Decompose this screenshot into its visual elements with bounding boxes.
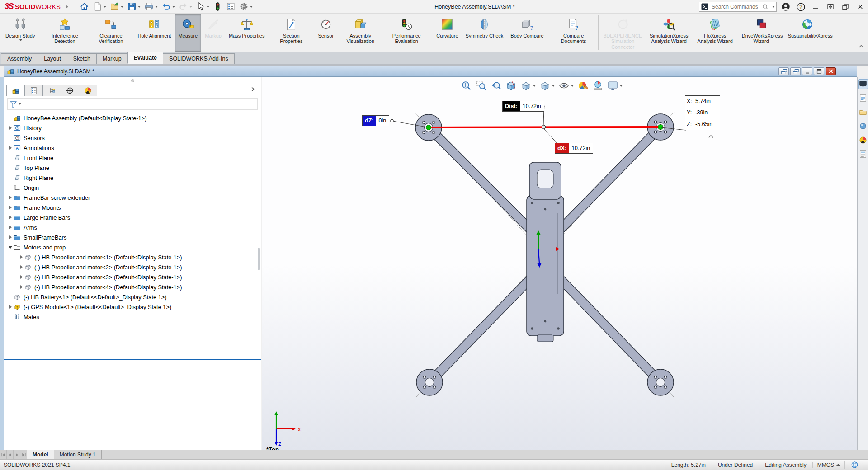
tree-item-arms[interactable]: Arms (4, 222, 260, 232)
panel-scrollbar-thumb[interactable] (258, 248, 260, 270)
ribbon-button-design-study[interactable]: Design Study (2, 14, 38, 52)
dropdown-arrow[interactable] (104, 6, 106, 8)
tree-item-hb-propellor-and-motor-4-def[interactable]: (-) HB Propellor and motor<4> (Default<D… (4, 282, 260, 292)
new-document-button[interactable] (91, 1, 108, 13)
filter-funnel-icon[interactable] (9, 100, 17, 108)
tree-item-annotations[interactable]: Annotations (4, 143, 260, 153)
tree-item-top-plane[interactable]: Top Plane (4, 163, 260, 173)
ribbon-button-simulationxpress-analysis-wizard[interactable]: SimulationXpress Analysis Wizard (646, 14, 692, 52)
tree-item-history[interactable]: History (4, 123, 260, 133)
home-button[interactable] (78, 1, 90, 13)
first-tab-button[interactable] (0, 450, 7, 459)
tree-expander-arrow[interactable] (7, 305, 14, 309)
doc-close-button[interactable] (826, 67, 836, 75)
undo-button[interactable] (160, 1, 176, 13)
drone-assembly-model[interactable]: x z (262, 77, 857, 450)
tree-item-hb-propellor-and-motor-3-def[interactable]: (-) HB Propellor and motor<3> (Default<D… (4, 272, 260, 282)
select-button[interactable] (194, 1, 211, 13)
tree-item-hb-propellor-and-motor-2-def[interactable]: (-) HB Propellor and motor<2> (Default<D… (4, 262, 260, 272)
ribbon-button-mass-properties[interactable]: Mass Properties (225, 14, 268, 52)
dropdown-arrow[interactable] (552, 85, 555, 87)
tree-item-hb-battery-1-default-defaul[interactable]: (-) HB Battery<1> (Default<<Default>_Dis… (4, 292, 260, 302)
tree-item-origin[interactable]: Origin (4, 183, 260, 193)
search-commands-box[interactable] (699, 2, 777, 12)
tree-expander-arrow[interactable] (18, 265, 24, 269)
tree-item-right-plane[interactable]: Right Plane (4, 173, 260, 183)
featuremanager-tab[interactable] (6, 85, 25, 96)
file-explorer-pane-tab[interactable] (858, 107, 868, 117)
options-button[interactable] (238, 1, 254, 13)
close-button[interactable] (854, 1, 866, 13)
dropdown-arrow[interactable] (155, 6, 158, 8)
ribbon-collapse-chevron-icon[interactable] (858, 43, 864, 50)
tree-expander-arrow[interactable] (18, 255, 24, 259)
hide-show-items-button[interactable] (558, 80, 574, 91)
configurationmanager-tab[interactable] (42, 85, 61, 96)
dropdown-arrow[interactable] (250, 6, 253, 8)
units-dropdown-arrow[interactable] (836, 464, 840, 466)
search-input[interactable] (711, 3, 760, 10)
tree-expander-arrow[interactable] (7, 235, 14, 239)
print-button[interactable] (143, 1, 159, 13)
ribbon-button-sustainabilityxpress[interactable]: SustainabilityXpress (784, 14, 830, 52)
ribbon-button-measure[interactable]: Measure (175, 14, 201, 52)
minimize-button[interactable] (810, 1, 821, 13)
ribbon-button-symmetry-check[interactable]: Symmetry Check (462, 14, 507, 52)
search-dropdown-arrow[interactable] (772, 6, 775, 8)
callout-dist[interactable]: Dist: 10.72in (502, 101, 544, 112)
callout-collapse-chevron-icon[interactable] (708, 133, 714, 140)
custom-properties-pane-tab[interactable] (858, 149, 868, 159)
tree-expander-arrow[interactable] (7, 126, 14, 130)
web-help-globe-icon[interactable] (844, 461, 864, 469)
edit-appearance-button[interactable] (577, 80, 589, 91)
tree-expander-arrow[interactable] (7, 246, 14, 249)
view-orientation-button[interactable] (520, 80, 536, 91)
tree-item-front-plane[interactable]: Front Plane (4, 153, 260, 163)
tree-expander-arrow[interactable] (7, 216, 14, 219)
zoom-to-area-button[interactable] (476, 80, 487, 91)
tree-item-sensors[interactable]: Sensors (4, 133, 260, 143)
ribbon-button-interference-detection[interactable]: Interference Detection (42, 14, 88, 52)
open-button[interactable] (108, 1, 125, 13)
restore-button[interactable] (840, 1, 851, 13)
propertymanager-tab[interactable] (24, 85, 43, 96)
ribbon-button-floxpress-analysis-wizard[interactable]: FloXpress Analysis Wizard (692, 14, 738, 52)
tab-markup[interactable]: Markup (96, 53, 128, 64)
panel-expand-chevron-icon[interactable] (250, 86, 256, 93)
graphics-viewport[interactable]: x z dZ: 0in Dist: 10.72in dX: 10.72in X:… (262, 77, 857, 450)
next-tab-button[interactable] (14, 450, 20, 459)
dropdown-arrow[interactable] (172, 6, 175, 8)
dropdown-arrow[interactable] (571, 85, 574, 87)
tree-item-large-frame-bars[interactable]: Large Frame Bars (4, 212, 260, 222)
scenes-pane-tab[interactable] (858, 135, 868, 145)
panel-collapse-grip[interactable] (131, 79, 134, 82)
units-selector[interactable]: MMGS (812, 462, 844, 468)
doc-window-cascade2-button[interactable] (790, 67, 801, 75)
resources-pane-tab[interactable] (858, 93, 868, 103)
tab-model[interactable]: Model (27, 450, 54, 459)
displaymanager-tab[interactable] (79, 85, 97, 96)
tree-item-frame-mounts[interactable]: Frame Mounts (4, 202, 260, 212)
tree-item-framebar-screw-extender[interactable]: FrameBar screw extender (4, 193, 260, 202)
tree-item-hb-propellor-and-motor-1-def[interactable]: (-) HB Propellor and motor<1> (Default<D… (4, 252, 260, 262)
ribbon-button-sensor[interactable]: Sensor (314, 14, 337, 52)
ribbon-button-assembly-visualization[interactable]: Assembly Visualization (337, 14, 383, 52)
tab-layout[interactable]: Layout (38, 53, 67, 64)
ribbon-button-curvature[interactable]: Curvature (433, 14, 462, 52)
account-button[interactable] (780, 1, 792, 13)
tree-expander-arrow[interactable] (18, 275, 24, 279)
ribbon-button-section-properties[interactable]: Section Properties (268, 14, 314, 52)
tree-item-mates[interactable]: Mates (4, 312, 260, 322)
ribbon-button-performance-evaluation[interactable]: Performance Evaluation (383, 14, 429, 52)
ribbon-button-clearance-verification[interactable]: Clearance Verification (88, 14, 134, 52)
dropdown-arrow[interactable] (533, 85, 536, 87)
dropdown-arrow[interactable] (19, 39, 22, 41)
search-icon[interactable] (762, 3, 769, 10)
rebuild-button[interactable] (212, 1, 224, 13)
tree-item-honeybee-assembly-default-display[interactable]: HoneyBee Assembly (Default<Display State… (4, 113, 260, 123)
dropdown-arrow[interactable] (189, 6, 192, 8)
tree-item-gps-module-1-default-defaul[interactable]: (-) GPS Module<1> (Default<<Default>_Dis… (4, 302, 260, 312)
dropdown-arrow[interactable] (138, 6, 141, 8)
doc-window-cascade-button[interactable] (778, 67, 789, 75)
filter-dropdown-arrow[interactable] (19, 103, 21, 105)
